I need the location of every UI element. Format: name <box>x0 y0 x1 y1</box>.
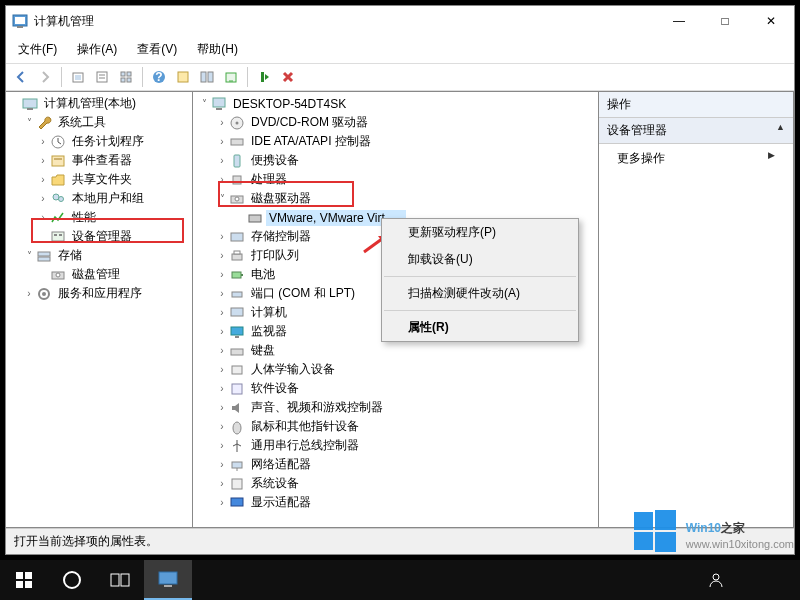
forward-button[interactable] <box>34 66 56 88</box>
mouse-icon <box>229 419 245 435</box>
ctx-update-driver[interactable]: 更新驱动程序(P) <box>382 219 578 246</box>
svg-rect-39 <box>231 139 243 145</box>
svg-rect-73 <box>159 572 177 584</box>
svg-rect-71 <box>111 574 119 586</box>
tree-shared-folders[interactable]: 共享文件夹 <box>69 170 135 189</box>
close-button[interactable]: ✕ <box>748 6 794 36</box>
ctx-uninstall[interactable]: 卸载设备(U) <box>382 246 578 273</box>
taskbar <box>0 560 800 600</box>
svg-rect-44 <box>249 215 261 222</box>
device-keyboard[interactable]: 键盘 <box>248 341 278 360</box>
tree-performance[interactable]: 性能 <box>69 208 99 227</box>
enable-button[interactable] <box>253 66 275 88</box>
device-hid[interactable]: 人体学输入设备 <box>248 360 338 379</box>
svg-rect-27 <box>54 234 57 236</box>
ctx-properties[interactable]: 属性(R) <box>382 314 578 341</box>
tree-root[interactable]: 计算机管理(本地) <box>41 94 139 113</box>
svg-text:?: ? <box>155 70 162 84</box>
svg-rect-68 <box>16 581 23 588</box>
menu-file[interactable]: 文件(F) <box>10 38 65 61</box>
tree-local-users[interactable]: 本地用户和组 <box>69 189 147 208</box>
actions-sub-header[interactable]: 设备管理器 ▲ <box>599 118 793 144</box>
device-monitor[interactable]: 监视器 <box>248 322 290 341</box>
window-title: 计算机管理 <box>34 13 656 30</box>
cortana-button[interactable] <box>48 560 96 600</box>
app-icon <box>12 13 28 29</box>
svg-rect-60 <box>232 479 242 489</box>
toolbar: ? <box>6 63 794 91</box>
device-print-queue[interactable]: 打印队列 <box>248 246 302 265</box>
device-dvd[interactable]: DVD/CD-ROM 驱动器 <box>248 113 371 132</box>
menu-help[interactable]: 帮助(H) <box>189 38 246 61</box>
tree-disk-mgmt[interactable]: 磁盘管理 <box>69 265 123 284</box>
windows-logo-icon <box>632 508 678 554</box>
actions-pane: 操作 设备管理器 ▲ 更多操作 ▶ <box>598 91 794 528</box>
device-network[interactable]: 网络适配器 <box>248 455 314 474</box>
up-button[interactable] <box>67 66 89 88</box>
device-usb[interactable]: 通用串行总线控制器 <box>248 436 362 455</box>
device-disk-drives[interactable]: 磁盘驱动器 <box>248 189 314 208</box>
people-button[interactable] <box>692 560 740 600</box>
computer-mgmt-icon <box>22 96 38 112</box>
device-root[interactable]: DESKTOP-54DT4SK <box>230 96 349 112</box>
device-computer[interactable]: 计算机 <box>248 303 290 322</box>
tree-services-apps[interactable]: 服务和应用程序 <box>55 284 145 303</box>
refresh-button[interactable] <box>220 66 242 88</box>
start-button[interactable] <box>0 560 48 600</box>
actions-more[interactable]: 更多操作 ▶ <box>599 144 793 173</box>
delete-button[interactable] <box>277 66 299 88</box>
svg-rect-15 <box>201 72 206 82</box>
minimize-button[interactable]: — <box>656 6 702 36</box>
device-mouse[interactable]: 鼠标和其他指针设备 <box>248 417 362 436</box>
usb-icon <box>229 438 245 454</box>
back-button[interactable] <box>10 66 32 88</box>
storagectrl-icon <box>229 229 245 245</box>
device-ports[interactable]: 端口 (COM 和 LPT) <box>248 284 358 303</box>
ctx-scan[interactable]: 扫描检测硬件改动(A) <box>382 280 578 307</box>
help-button[interactable]: ? <box>148 66 170 88</box>
svg-point-34 <box>42 292 46 296</box>
device-software[interactable]: 软件设备 <box>248 379 302 398</box>
perf-icon <box>50 210 66 226</box>
device-portable[interactable]: 便携设备 <box>248 151 302 170</box>
svg-rect-1 <box>15 17 25 24</box>
cpu-icon <box>229 172 245 188</box>
svg-rect-58 <box>232 462 242 468</box>
device-processor[interactable]: 处理器 <box>248 170 290 189</box>
svg-rect-22 <box>52 156 64 166</box>
device-sound[interactable]: 声音、视频和游戏控制器 <box>248 398 386 417</box>
view1-button[interactable] <box>172 66 194 88</box>
svg-rect-51 <box>231 308 243 316</box>
svg-rect-20 <box>27 108 33 110</box>
svg-rect-64 <box>634 532 653 550</box>
tree-event-viewer[interactable]: 事件查看器 <box>69 151 135 170</box>
tree-storage[interactable]: 存储 <box>55 246 85 265</box>
device-battery[interactable]: 电池 <box>248 265 278 284</box>
printer-icon <box>229 248 245 264</box>
port-icon <box>229 286 245 302</box>
disk-icon <box>50 267 66 283</box>
tree-task-scheduler[interactable]: 任务计划程序 <box>69 132 147 151</box>
device-system[interactable]: 系统设备 <box>248 474 302 493</box>
svg-rect-69 <box>25 581 32 588</box>
display-icon <box>229 495 245 511</box>
device-display[interactable]: 显示适配器 <box>248 493 314 512</box>
tree-system-tools[interactable]: 系统工具 <box>55 113 109 132</box>
device-ide[interactable]: IDE ATA/ATAPI 控制器 <box>248 132 374 151</box>
props-button[interactable] <box>91 66 113 88</box>
svg-rect-53 <box>235 336 239 338</box>
taskview-button[interactable] <box>96 560 144 600</box>
tiles-button[interactable] <box>115 66 137 88</box>
svg-rect-26 <box>52 232 64 241</box>
device-storage-ctrl[interactable]: 存储控制器 <box>248 227 314 246</box>
svg-rect-46 <box>232 254 242 260</box>
svg-point-70 <box>64 572 80 588</box>
taskbar-app-mmc[interactable] <box>144 560 192 600</box>
tree-device-manager[interactable]: 设备管理器 <box>69 227 135 246</box>
menu-action[interactable]: 操作(A) <box>69 38 125 61</box>
menu-view[interactable]: 查看(V) <box>129 38 185 61</box>
network-icon <box>229 457 245 473</box>
wrench-icon <box>36 115 52 131</box>
view2-button[interactable] <box>196 66 218 88</box>
maximize-button[interactable]: □ <box>702 6 748 36</box>
